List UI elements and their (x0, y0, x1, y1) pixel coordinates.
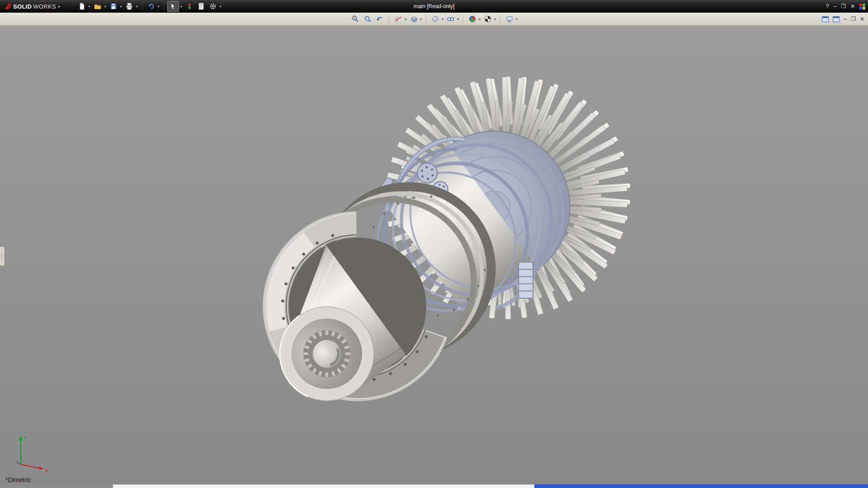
save-button[interactable] (108, 1, 119, 11)
dropdown-arrow-icon[interactable]: ▾ (479, 17, 481, 21)
doc-tile-left-button[interactable] (822, 16, 829, 22)
graphics-viewport[interactable]: Y X *Dimetric ⁞ (0, 26, 868, 484)
hide-show-items-button[interactable] (446, 14, 456, 24)
previous-view-icon (376, 15, 384, 23)
zoom-to-area-button[interactable] (363, 14, 373, 24)
jet-engine-model (206, 26, 679, 463)
open-button[interactable] (92, 1, 103, 11)
dropdown-arrow-icon[interactable]: ▾ (88, 5, 90, 9)
dropdown-arrow-icon[interactable]: ▾ (420, 17, 422, 21)
titlebar-corner-icon (859, 4, 865, 9)
new-document-icon (78, 2, 86, 10)
section-view-icon (394, 15, 402, 23)
toolbar-separator (164, 2, 164, 10)
section-view-button[interactable] (393, 14, 403, 24)
view-settings-button[interactable] (505, 14, 514, 24)
options-button[interactable] (208, 1, 218, 11)
brand-text-bold: SOLID (13, 3, 32, 10)
solidworks-logo-icon (4, 2, 12, 10)
doc-restore-button[interactable]: ❐ (851, 13, 856, 25)
display-style-icon (431, 15, 439, 23)
view-orientation-cube-icon (410, 15, 418, 23)
close-button[interactable]: ✕ (850, 0, 855, 13)
toolbar-separator (500, 15, 500, 23)
feature-manager-collapse-tab[interactable]: ⁞ (0, 246, 5, 266)
status-bar (0, 484, 868, 488)
minimize-button[interactable]: – (833, 0, 836, 13)
undo-icon (147, 2, 155, 10)
file-properties-button[interactable] (196, 1, 207, 11)
brand-text-light: WORKS (33, 3, 56, 10)
restore-button[interactable]: ❐ (841, 0, 846, 13)
dropdown-arrow-icon[interactable]: ▾ (494, 17, 496, 21)
new-document-button[interactable] (76, 1, 87, 11)
ribbed-bracket (519, 262, 533, 298)
status-segment-right (534, 484, 868, 488)
window-controls: ? – ❐ ✕ (826, 0, 865, 13)
standard-toolbar: ▾ ▾ ▾ ▾ ▾ (76, 1, 222, 12)
dropdown-arrow-icon[interactable]: ▾ (442, 17, 443, 21)
view-orientation-label: *Dimetric (5, 476, 31, 483)
toolbar-separator (463, 15, 463, 23)
display-style-button[interactable] (430, 14, 440, 24)
triad-y-label: Y (24, 435, 27, 440)
edit-appearance-button[interactable] (467, 14, 477, 24)
triad-x-label: X (45, 468, 48, 474)
zoom-to-area-icon (363, 15, 372, 23)
file-properties-icon (197, 2, 205, 10)
orientation-triad: Y X (7, 432, 52, 477)
help-button[interactable]: ? (826, 0, 829, 13)
heads-up-view-toolbar: ▾ ▾ ▾ ▾ (350, 13, 518, 25)
document-window-controls: – ❐ ✕ (822, 13, 864, 25)
window-title: main [Read-only] (414, 0, 455, 13)
doc-close-button[interactable]: ✕ (860, 13, 864, 25)
dropdown-arrow-icon[interactable]: ▾ (457, 17, 459, 21)
previous-view-button[interactable] (375, 14, 385, 24)
status-segment-middle (113, 484, 534, 488)
titlebar[interactable]: SOLIDWORKS ▸ ▾ ▾ ▾ (0, 0, 868, 13)
rebuild-traffic-light-icon (186, 2, 193, 10)
apply-scene-button[interactable] (483, 14, 493, 24)
edit-appearance-ball-icon (468, 15, 476, 23)
dropdown-arrow-icon[interactable]: ▾ (219, 5, 221, 9)
options-gear-icon (209, 2, 217, 10)
save-floppy-icon (109, 2, 118, 10)
zoom-to-fit-icon (351, 15, 359, 23)
print-button[interactable] (124, 1, 135, 11)
undo-button[interactable] (146, 1, 156, 11)
toolbar-separator (389, 15, 389, 23)
hide-show-glasses-icon (447, 15, 455, 23)
select-cursor-icon (170, 3, 177, 10)
print-icon (125, 2, 133, 10)
dropdown-arrow-icon[interactable]: ▾ (120, 5, 122, 9)
open-folder-icon (94, 2, 102, 10)
dropdown-arrow-icon[interactable]: ▾ (405, 17, 406, 21)
dropdown-arrow-icon[interactable]: ▾ (104, 5, 106, 9)
doc-minimize-button[interactable]: – (844, 13, 847, 25)
dropdown-arrow-icon[interactable]: ▾ (516, 17, 518, 21)
heads-up-toolbar-row: ▾ ▾ ▾ ▾ (0, 13, 868, 26)
dropdown-arrow-icon[interactable]: ▾ (157, 5, 159, 9)
view-settings-icon (505, 15, 514, 23)
rebuild-button[interactable] (184, 1, 195, 11)
select-tool-button[interactable] (167, 1, 179, 12)
view-orientation-button[interactable] (409, 14, 419, 24)
viewport-3d-scene[interactable] (0, 26, 868, 484)
zoom-to-fit-button[interactable] (350, 14, 360, 24)
toolbar-separator (426, 15, 426, 23)
dropdown-arrow-icon[interactable]: ▾ (136, 5, 137, 9)
apply-scene-checkered-icon (484, 15, 492, 23)
status-segment-left (0, 484, 113, 488)
dropdown-arrow-icon[interactable]: ▾ (180, 5, 182, 9)
solidworks-logo: SOLIDWORKS ▸ (0, 2, 65, 10)
doc-tile-right-button[interactable] (833, 16, 840, 22)
brand-arrow-icon[interactable]: ▸ (58, 4, 61, 9)
toolbar-separator (142, 2, 142, 10)
